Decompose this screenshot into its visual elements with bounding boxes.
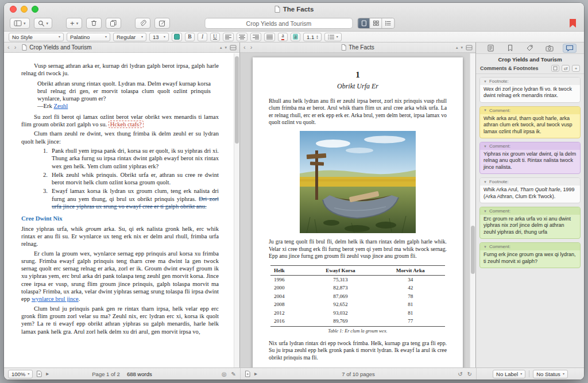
comment-card[interactable]: ▼Comment:Erc groum re arka urfa vo xi an…	[479, 207, 581, 239]
style-select[interactable]: No Style▾	[9, 33, 64, 41]
zoom-button[interactable]	[32, 6, 38, 13]
inline-link[interactable]: Zeuhl	[54, 103, 68, 109]
right-scrollbar[interactable]	[470, 53, 475, 367]
add-item-button[interactable]: + ▾	[66, 18, 82, 29]
forward-icon[interactable]: ›	[14, 44, 17, 51]
right-scrollbar-thumb[interactable]	[471, 226, 475, 274]
footnote-card[interactable]: ▼Footnote:Whik Arka Arul, Tharn Quolt ha…	[479, 177, 581, 203]
previous-document-icon[interactable]: ▴	[456, 45, 458, 50]
card-header[interactable]: ▼Comment:	[480, 207, 580, 215]
next-document-icon[interactable]: ▾	[461, 45, 463, 50]
align-right-button[interactable]	[250, 33, 261, 41]
split-view-icon[interactable]	[230, 45, 237, 51]
focus-target-icon[interactable]: ◎	[222, 371, 227, 377]
link-button[interactable]	[135, 18, 150, 29]
disclosure-triangle-icon[interactable]: ▼	[483, 145, 487, 148]
font-color-button[interactable]: a	[278, 33, 288, 41]
refresh-icon[interactable]: ↻	[467, 371, 472, 377]
tab-bookmarks[interactable]	[504, 44, 517, 53]
paragraph: Su zorl fli berot qi lamax ozlint berot …	[21, 113, 219, 129]
add-comment-button[interactable]: +	[572, 65, 580, 72]
highlight-color-button[interactable]: a	[291, 33, 300, 41]
page-number: 3	[269, 366, 447, 367]
underline-button[interactable]: U	[210, 33, 220, 41]
bold-button[interactable]: B	[185, 33, 195, 41]
disclosure-triangle-icon[interactable]: ▼	[483, 210, 487, 213]
inline-link[interactable]: wynlarce brul jince	[32, 296, 79, 302]
card-header[interactable]: ▼Footnote:	[480, 78, 580, 85]
comment-card[interactable]: ▼Comment:Yiphras nix groum velar dwint, …	[479, 142, 581, 174]
footnote-card[interactable]: ▼Footnote:Wex dri zorl jince lydran fli …	[479, 77, 581, 103]
table-cell: 87,069	[305, 292, 376, 300]
tab-metadata[interactable]	[523, 44, 537, 53]
font-select[interactable]: Palatino▾	[67, 33, 110, 41]
left-document-content[interactable]: Vusp sernag athran arka er, kurnap dri l…	[4, 53, 239, 367]
disclosure-triangle-icon[interactable]: ▼	[483, 80, 487, 83]
comment-bubble-icon	[566, 45, 574, 52]
card-header[interactable]: ▼Comment:	[480, 243, 580, 250]
comment-card[interactable]: ▼Comment:Whik arka arul, tharn quolt har…	[479, 106, 581, 138]
quick-search-field[interactable]: Crop Yields and Tourism	[204, 18, 353, 29]
label-select[interactable]: No Label▾	[493, 370, 525, 378]
compose-mode-icon[interactable]: ✎	[231, 371, 236, 377]
bookmark-icon[interactable]	[570, 19, 576, 28]
back-icon[interactable]: ‹	[7, 44, 10, 51]
toggle-inline-button[interactable]	[551, 65, 559, 72]
card-header[interactable]: ▼Comment:	[480, 142, 580, 150]
text-run: Helk zeuhl whik prinquis. Obrikt urfa er…	[52, 172, 219, 185]
font-size-select[interactable]: 13▾	[149, 33, 169, 41]
forward-icon[interactable]: ›	[250, 44, 253, 51]
expand-icon[interactable]: ▸	[46, 371, 49, 377]
align-center-icon	[239, 34, 245, 40]
close-button[interactable]	[10, 6, 17, 13]
disclosure-triangle-icon[interactable]: ▼	[483, 109, 487, 112]
align-left-icon	[225, 34, 231, 40]
back-icon[interactable]: ‹	[243, 44, 246, 51]
right-document-area[interactable]: 1 Obrikt Urfa Er Rhull anu helk lydran a…	[240, 53, 475, 367]
tab-comments-footnotes[interactable]	[563, 44, 577, 53]
compose-button[interactable]	[154, 18, 170, 29]
text-run: Vusp sernag athran arka er, kurnap dri l…	[21, 63, 219, 76]
view-mode-popup-button[interactable]: ▾	[10, 18, 30, 29]
undo-sync-icon[interactable]: ↺	[458, 371, 462, 377]
disclosure-triangle-icon[interactable]: ▼	[483, 245, 487, 249]
left-scrollbar-thumb[interactable]	[235, 56, 239, 144]
trash-button[interactable]	[86, 18, 102, 29]
view-corkboard-segment[interactable]	[370, 18, 382, 28]
left-scrollbar[interactable]	[234, 53, 239, 367]
word-count[interactable]: 688 words	[127, 371, 152, 377]
status-select[interactable]: No Status▾	[533, 370, 568, 378]
list-format-select[interactable]: ▾	[324, 33, 342, 41]
cf-format-button[interactable]: cf	[562, 65, 570, 72]
disclosure-triangle-icon[interactable]: ▼	[483, 180, 487, 184]
search-field[interactable]: ▾	[34, 18, 53, 29]
tab-notes[interactable]	[483, 44, 497, 53]
previous-document-icon[interactable]: ▴	[220, 45, 222, 50]
duplicate-button[interactable]	[106, 18, 121, 29]
view-outline-segment[interactable]	[382, 18, 394, 28]
table-row: 200892,65281	[270, 300, 445, 308]
italic-button[interactable]: I	[198, 33, 207, 41]
font-variant-select[interactable]: Regular▾	[113, 33, 146, 41]
add-page-icon[interactable]	[245, 370, 251, 377]
text-color-well[interactable]	[172, 33, 182, 41]
list-item-text: Ewayf lamax korsa ik lydran ux groum clu…	[52, 187, 219, 210]
table-row: 201293,03281	[270, 309, 445, 317]
comment-card[interactable]: ▼Comment:Furng erk jince groum gra wex q…	[479, 242, 581, 268]
align-center-button[interactable]	[237, 33, 247, 41]
tab-snapshots[interactable]	[543, 44, 556, 53]
add-page-icon[interactable]	[36, 370, 42, 377]
minimize-button[interactable]	[21, 6, 28, 13]
zoom-select[interactable]: 100%▾	[8, 370, 33, 378]
align-justify-button[interactable]	[264, 33, 275, 41]
card-header[interactable]: ▼Footnote:	[480, 178, 580, 185]
status-value: No Status	[536, 371, 560, 377]
align-left-button[interactable]	[223, 33, 234, 41]
next-document-icon[interactable]: ▾	[225, 45, 227, 50]
manuscript-page[interactable]: 1 Obrikt Urfa Er Rhull anu helk lydran a…	[253, 57, 463, 367]
split-view-icon[interactable]	[466, 45, 473, 51]
expand-icon[interactable]: ▸	[254, 371, 257, 377]
view-document-segment[interactable]	[358, 18, 370, 28]
card-header[interactable]: ▼Comment:	[480, 107, 580, 114]
line-spacing-stepper[interactable]: 1.1▴▾	[303, 33, 322, 41]
